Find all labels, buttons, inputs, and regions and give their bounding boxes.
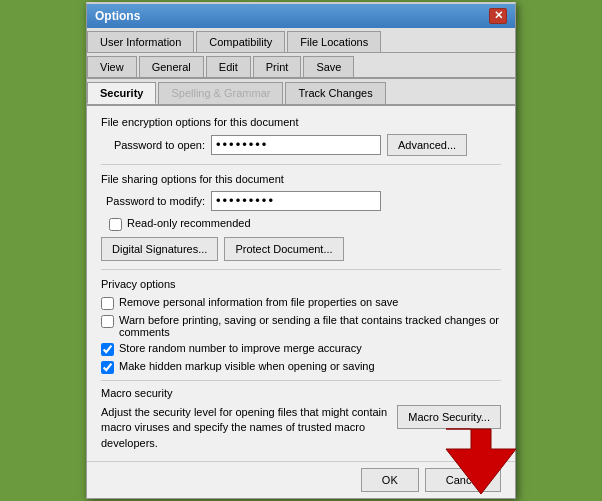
advanced-button[interactable]: Advanced... — [387, 134, 467, 156]
tab-save[interactable]: Save — [303, 56, 354, 77]
red-arrow-icon — [436, 419, 526, 501]
tab-general[interactable]: General — [139, 56, 204, 77]
password-modify-input[interactable] — [211, 191, 381, 211]
section-divider-2 — [101, 269, 501, 270]
privacy-label-3: Make hidden markup visible when opening … — [119, 360, 375, 372]
title-bar: Options ✕ — [87, 4, 515, 28]
readonly-row: Read-only recommended — [109, 217, 501, 231]
dialog-title: Options — [95, 9, 140, 23]
encryption-section-title: File encryption options for this documen… — [101, 116, 501, 128]
privacy-option-2: Store random number to improve merge acc… — [101, 342, 501, 356]
readonly-checkbox[interactable] — [109, 218, 122, 231]
tab-security[interactable]: Security — [87, 82, 156, 104]
privacy-checkbox-0[interactable] — [101, 297, 114, 310]
privacy-option-3: Make hidden markup visible when opening … — [101, 360, 501, 374]
tab-spelling-grammar: Spelling & Grammar — [158, 82, 283, 104]
password-modify-label: Password to modify: — [101, 195, 211, 207]
tab-edit[interactable]: Edit — [206, 56, 251, 77]
close-button[interactable]: ✕ — [489, 8, 507, 24]
privacy-option-0: Remove personal information from file pr… — [101, 296, 501, 310]
action-buttons-row: Digital Signatures... Protect Document..… — [101, 237, 501, 261]
privacy-label-1: Warn before printing, saving or sending … — [119, 314, 501, 338]
privacy-checkbox-1[interactable] — [101, 315, 114, 328]
tab-file-locations[interactable]: File Locations — [287, 31, 381, 52]
tab-user-information[interactable]: User Information — [87, 31, 194, 52]
ok-button[interactable]: OK — [361, 468, 419, 492]
privacy-checkbox-3[interactable] — [101, 361, 114, 374]
readonly-label: Read-only recommended — [127, 217, 251, 229]
macro-description: Adjust the security level for opening fi… — [101, 405, 389, 451]
tab-compatibility[interactable]: Compatibility — [196, 31, 285, 52]
tab-view[interactable]: View — [87, 56, 137, 77]
tab-track-changes[interactable]: Track Changes — [285, 82, 385, 104]
privacy-option-1: Warn before printing, saving or sending … — [101, 314, 501, 338]
password-open-label: Password to open: — [101, 139, 211, 151]
tab-row-1: User Information Compatibility File Loca… — [87, 28, 515, 53]
sharing-section-title: File sharing options for this document — [101, 173, 501, 185]
protect-document-button[interactable]: Protect Document... — [224, 237, 343, 261]
tab-print[interactable]: Print — [253, 56, 302, 77]
dialog-content: File encryption options for this documen… — [87, 106, 515, 461]
password-to-open-row: Password to open: Advanced... — [101, 134, 501, 156]
privacy-section-title: Privacy options — [101, 278, 501, 290]
tab-row-2: View General Edit Print Save — [87, 53, 515, 79]
section-divider-1 — [101, 164, 501, 165]
privacy-checkbox-2[interactable] — [101, 343, 114, 356]
privacy-label-0: Remove personal information from file pr… — [119, 296, 398, 308]
password-to-modify-row: Password to modify: — [101, 191, 501, 211]
macro-section-title: Macro security — [101, 387, 501, 399]
svg-marker-0 — [446, 429, 516, 494]
digital-signatures-button[interactable]: Digital Signatures... — [101, 237, 218, 261]
tab-row-3: Security Spelling & Grammar Track Change… — [87, 79, 515, 106]
password-open-input[interactable] — [211, 135, 381, 155]
privacy-label-2: Store random number to improve merge acc… — [119, 342, 362, 354]
